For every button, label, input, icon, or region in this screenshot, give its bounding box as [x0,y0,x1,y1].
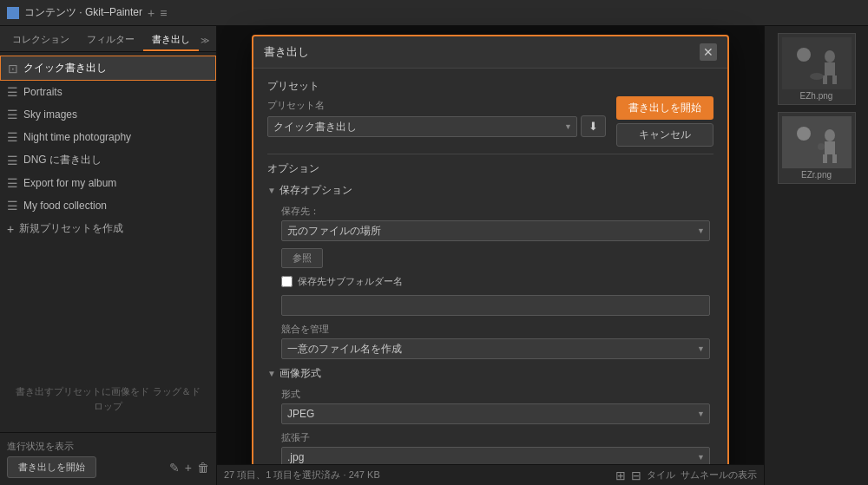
subfolder-input[interactable] [281,295,710,316]
sidebar-item-label-food: My food collection [23,200,107,212]
save-dest-select[interactable]: 元のファイルの場所 [281,220,710,241]
conflict-row: 競合を管理 一意のファイル名を作成 [281,323,710,359]
preset-select-row: クイック書き出し ⬇ [267,115,606,137]
format-select[interactable]: JPEG [281,403,710,424]
conflict-label: 競合を管理 [281,323,710,336]
cancel-btn[interactable]: キャンセル [616,123,713,147]
ref-btn[interactable]: 参照 [281,248,323,268]
tab-export[interactable]: 書き出し [143,29,199,51]
save-dest-label: 保存先： [281,205,710,218]
svg-point-1 [797,48,811,62]
thumbnail-1-img [782,37,852,89]
sidebar-item-food[interactable]: ☰ My food collection [0,194,216,217]
svg-point-13 [818,143,825,150]
svg-point-9 [825,129,835,141]
status-bar-icons: ⊞ ⊟ タイル サムネールの表示 [615,469,757,482]
modal-title: 書き出し [264,44,309,60]
sidebar-item-dng[interactable]: ☰ DNG に書き出し [0,148,216,172]
tile-label: タイル [647,469,675,482]
modal-overlay: 書き出し ✕ プリセット プリセット名 クイック書き出し [217,26,764,485]
svg-rect-0 [782,37,852,89]
thumbnail-2-img [782,116,852,168]
conflict-select[interactable]: 一意のファイル名を作成 [281,338,710,359]
food-icon: ☰ [7,199,18,213]
save-dest-select-wrapper: 元のファイルの場所 [281,220,710,241]
svg-rect-11 [823,154,827,163]
add-footer-icon[interactable]: + [185,461,192,475]
quick-export-icon: ⊡ [8,62,18,75]
sidebar-item-album[interactable]: ☰ Export for my album [0,172,216,194]
svg-rect-3 [825,62,835,75]
sidebar-item-portraits[interactable]: ☰ Portraits [0,81,216,103]
save-options-header[interactable]: ▼ 保存オプション [267,183,710,198]
sidebar-item-label-sky: Sky images [23,108,77,121]
svg-point-2 [825,50,835,62]
sidebar-item-sky[interactable]: ☰ Sky images [0,103,216,126]
portraits-icon: ☰ [7,85,18,99]
thumbnail-2-name: EZr.png [782,170,852,180]
conflict-select-wrapper: 一意のファイル名を作成 [281,338,710,359]
album-icon: ☰ [7,176,18,190]
svg-rect-5 [832,75,837,84]
ext-label: 拡張子 [281,431,710,444]
options-title: オプション [267,161,713,176]
thumbnail-2[interactable]: EZr.png [778,112,856,184]
subfolder-row: 保存先サブフォルダー名 [281,275,710,288]
sidebar-list: ⊡ クイック書き出し ☰ Portraits ☰ Sky images ☰ Ni… [0,52,216,367]
image-format-label: 画像形式 [279,366,321,381]
sidebar-footer: 進行状況を表示 書き出しを開始 ✎ + 🗑 [0,432,216,485]
delete-icon[interactable]: 🗑 [197,461,209,475]
sidebar-item-night[interactable]: ☰ Night time photography [0,126,216,148]
dng-icon: ☰ [7,154,18,167]
modal-scroll-area[interactable]: ▼ 保存オプション 保存先： 元のファイルの場所 [267,183,713,485]
preset-actions: 書き出しを開始 キャンセル [616,96,713,147]
svg-point-6 [810,73,824,80]
svg-rect-12 [832,154,837,163]
start-export-btn[interactable]: 書き出しを開始 [616,96,713,120]
status-bar: 27 項目、1 項目を選択済み · 247 KB ⊞ ⊟ タイル サムネールの表… [217,464,764,485]
tab-filter[interactable]: フィルター [78,29,143,51]
save-options-label: 保存オプション [279,183,352,198]
ref-btn-row: 参照 [281,248,710,268]
progress-label: 進行状況を表示 [7,440,74,453]
svg-point-8 [797,127,811,141]
title-bar-text: コンテンツ · Gkit–Painter [24,5,142,20]
thumbnail-1[interactable]: EZh.png [778,33,856,105]
preset-section: プリセット プリセット名 クイック書き出し ⬇ [267,79,713,147]
title-bar-menu[interactable]: ≡ [160,6,167,20]
edit-icon[interactable]: ✎ [169,461,180,475]
preset-download-btn[interactable]: ⬇ [581,115,606,137]
status-text: 27 項目、1 項目を選択済み · 247 KB [224,469,380,482]
title-bar-plus[interactable]: + [148,6,155,20]
tab-collection[interactable]: コレクション [3,29,78,51]
format-select-wrapper: JPEG [281,403,710,424]
night-icon: ☰ [7,130,18,144]
main-layout: コレクション フィルター 書き出し ≫ ⊡ クイック書き出し ☰ Portrai… [0,26,868,485]
app-icon [7,7,19,19]
export-modal: 書き出し ✕ プリセット プリセット名 クイック書き出し [252,35,729,485]
sidebar-item-label-album: Export for my album [23,177,116,189]
sidebar-item-label-dng: DNG に書き出し [23,153,102,167]
ext-row: 拡張子 .jpg [281,431,710,468]
thumb-label: サムネールの表示 [681,469,757,482]
right-panel: EZh.png EZr.png [764,26,868,485]
modal-titlebar: 書き出し ✕ [253,36,727,69]
modal-close-button[interactable]: ✕ [700,43,717,61]
tile-icon[interactable]: ⊟ [631,469,641,482]
subfolder-checkbox[interactable] [281,276,293,287]
sidebar-item-label-quick-export: クイック書き出し [23,61,107,75]
sidebar-item-label-portraits: Portraits [23,86,62,98]
sidebar-tabs: コレクション フィルター 書き出し ≫ [0,26,216,52]
sidebar-item-add-new[interactable]: + 新規プリセットを作成 [0,217,216,240]
preset-select[interactable]: クイック書き出し [267,116,577,137]
format-row: 形式 JPEG [281,388,710,424]
image-format-arrow: ▼ [267,369,276,378]
svg-rect-7 [782,116,852,168]
grid-icon[interactable]: ⊞ [615,469,626,482]
add-icon: + [7,222,14,236]
center-content: 書き出し ✕ プリセット プリセット名 クイック書き出し [217,26,764,485]
sidebar-export-btn[interactable]: 書き出しを開始 [7,456,96,478]
image-format-header[interactable]: ▼ 画像形式 [267,366,710,381]
sidebar-item-quick-export[interactable]: ⊡ クイック書き出し [0,56,216,81]
tab-more[interactable]: ≫ [201,29,213,51]
